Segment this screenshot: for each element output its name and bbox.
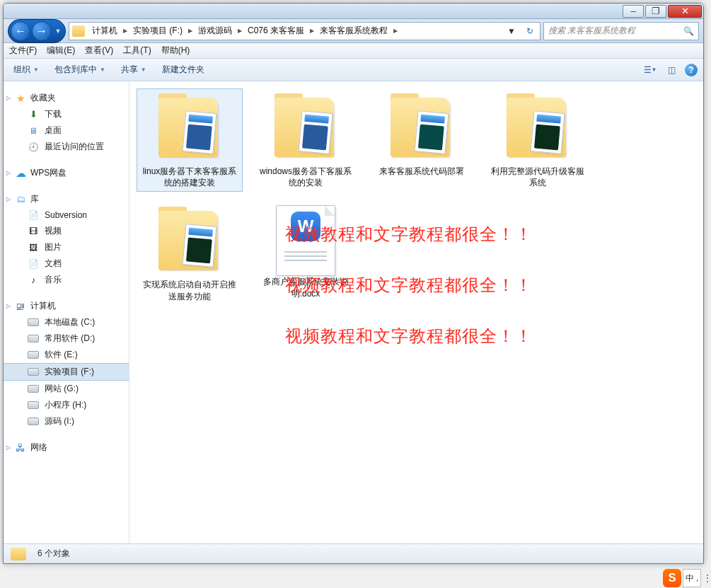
drive-icon [28,368,39,376]
folder-icon [72,25,85,37]
sidebar-item-drive-g[interactable]: 网站 (G:) [4,381,129,397]
chevron-right-icon[interactable]: ▶ [235,28,245,34]
sidebar-item-documents[interactable]: 📄文档 [4,255,129,272]
drive-icon [28,318,39,326]
item-label: 来客客服系统代码部署 [378,166,466,177]
nav-history-dropdown[interactable]: ▼ [52,28,64,35]
sidebar-item-downloads[interactable]: ⬇下载 [4,106,129,122]
document-icon: 📄 [28,258,39,270]
titlebar: – ❐ ✕ [4,4,703,19]
ime-indicator[interactable]: S 中 , ⋮ [663,569,710,587]
folder-item[interactable]: 利用完整源代码升级客服系统 [485,88,591,192]
folder-thumbnail [154,205,225,276]
search-icon[interactable]: 🔍 [683,26,694,36]
ime-lang[interactable]: 中 , [683,569,701,587]
sogou-icon[interactable]: S [663,569,681,587]
breadcrumb-bar[interactable]: 计算机▶ 实验项目 (F:)▶ 游戏源码▶ C076 来客客服▶ 来客客服系统教… [69,22,541,40]
sidebar-item-videos[interactable]: 🎞视频 [4,223,129,239]
sidebar-computer[interactable]: ▷🖳计算机 [4,298,129,314]
sidebar-wps[interactable]: ▷☁WPS网盘 [4,165,129,181]
sidebar-item-subversion[interactable]: 📄Subversion [4,207,129,223]
folder-thumbnail [386,92,457,163]
cloud-icon: ☁ [15,168,26,179]
new-folder-button[interactable]: 新建文件夹 [158,62,209,78]
chevron-right-icon[interactable]: ▶ [391,28,400,34]
folder-thumbnail [270,92,341,163]
back-button[interactable]: ← [11,21,30,41]
overlay-annotation: 视频教程和文字教程都很全！！ [285,325,533,347]
preview-pane-button[interactable]: ◫ [664,63,679,77]
sidebar-network[interactable]: ▷🖧网络 [4,439,129,456]
explorer-window: – ❐ ✕ ← → ▼ 计算机▶ 实验项目 (F:)▶ 游戏源码▶ C076 来… [3,3,704,564]
desktop-icon: 🖥 [28,125,39,137]
folder-thumbnail [154,92,225,163]
drive-icon [28,417,39,425]
crumb-folder-1[interactable]: 游戏源码 [195,25,235,37]
sidebar-favorites[interactable]: ▷★收藏夹 [4,90,129,106]
body: ▷★收藏夹 ⬇下载 🖥桌面 🕘最近访问的位置 ▷☁WPS网盘 ▷🗂库 📄Subv… [4,81,703,543]
sidebar-item-drive-e[interactable]: 软件 (E:) [4,347,129,363]
chevron-right-icon[interactable]: ▶ [307,28,317,34]
folder-item[interactable]: 来客客服系统代码部署 [369,88,475,192]
forward-button[interactable]: → [32,21,52,41]
chevron-right-icon[interactable]: ▶ [185,28,195,34]
star-icon: ★ [15,93,26,104]
organize-button[interactable]: 组织▼ [9,62,43,78]
menu-file[interactable]: 文件(F) [9,45,37,57]
menu-view[interactable]: 查看(V) [85,45,113,57]
help-icon[interactable]: ? [685,64,698,76]
crumb-computer[interactable]: 计算机 [89,25,120,37]
files-area[interactable]: linux服务器下来客客服系统的搭建安装 windows服务器下客服系统的安装 … [129,81,703,543]
refresh-button[interactable]: ↻ [523,24,537,38]
computer-icon: 🖳 [15,301,26,312]
crumb-folder-2[interactable]: C076 来客客服 [245,25,307,37]
download-icon: ⬇ [28,109,39,120]
view-options-button[interactable]: ☰ ▼ [642,63,658,77]
folder-item[interactable]: 实现系统启动自动开启推送服务功能 [137,202,243,305]
overlay-annotation: 视频教程和文字教程都很全！！ [285,223,533,246]
crumb-folder-3[interactable]: 来客客服系统教程 [317,25,391,37]
network-icon: 🖧 [15,442,26,454]
toolbar: 组织▼ 包含到库中▼ 共享▼ 新建文件夹 ☰ ▼ ◫ ? [4,59,703,81]
menubar: 文件(F) 编辑(E) 查看(V) 工具(T) 帮助(H) [4,43,703,59]
folder-icon [11,548,26,560]
picture-icon: 🖼 [28,242,39,253]
maximize-button[interactable]: ❐ [645,5,666,18]
sidebar-item-drive-d[interactable]: 常用软件 (D:) [4,330,129,347]
item-label: 利用完整源代码升级客服系统 [488,166,587,188]
sidebar-item-recent[interactable]: 🕘最近访问的位置 [4,139,129,155]
sidebar-library[interactable]: ▷🗂库 [4,191,129,207]
sidebar-item-drive-f[interactable]: 实验项目 (F:) [4,363,129,381]
search-input[interactable]: 搜索 来客客服系统教程 🔍 [543,22,699,40]
sidebar-item-drive-h[interactable]: 小程序 (H:) [4,397,129,413]
sidebar-item-desktop[interactable]: 🖥桌面 [4,122,129,139]
drive-icon [28,401,39,409]
sidebar-item-drive-c[interactable]: 本地磁盘 (C:) [4,314,129,330]
chevron-right-icon[interactable]: ▶ [120,28,130,34]
folder-item[interactable]: windows服务器下客服系统的安装 [253,88,359,192]
sidebar-item-music[interactable]: ♪音乐 [4,272,129,288]
share-button[interactable]: 共享▼ [117,62,151,78]
drive-icon [28,385,39,393]
menu-tools[interactable]: 工具(T) [123,45,151,57]
nav-buttons: ← → ▼ [8,19,66,43]
folder-item[interactable]: linux服务器下来客客服系统的搭建安装 [137,88,243,192]
close-button[interactable]: ✕ [668,5,702,18]
ime-more[interactable]: ⋮ [703,575,710,581]
library-icon: 🗂 [15,194,26,205]
sidebar-item-drive-i[interactable]: 源码 (I:) [4,413,129,430]
item-label: 实现系统启动自动开启推送服务功能 [140,279,239,301]
folder-thumbnail [502,92,573,163]
menu-edit[interactable]: 编辑(E) [47,45,75,57]
recent-icon: 🕘 [28,142,39,153]
search-placeholder: 搜索 来客客服系统教程 [548,25,635,37]
address-dropdown[interactable]: ▼ [504,25,519,38]
crumb-drive[interactable]: 实验项目 (F:) [130,25,185,37]
menu-help[interactable]: 帮助(H) [161,45,190,57]
overlay-annotation: 视频教程和文字教程都很全！！ [285,274,533,296]
minimize-button[interactable]: – [623,5,644,18]
sidebar-item-pictures[interactable]: 🖼图片 [4,239,129,255]
status-count: 6 个对象 [37,548,70,560]
include-in-library-button[interactable]: 包含到库中▼ [50,62,110,78]
address-bar: ← → ▼ 计算机▶ 实验项目 (F:)▶ 游戏源码▶ C076 来客客服▶ 来… [4,19,703,43]
